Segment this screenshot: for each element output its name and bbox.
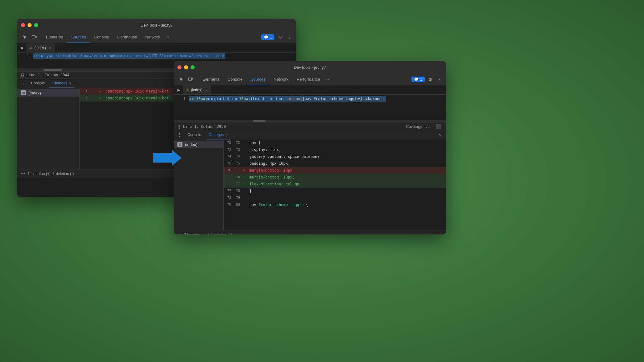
svg-rect-0: [32, 36, 35, 38]
tab-bar-front: Elements Console Sources Network Perform…: [174, 73, 446, 85]
device-toggle-icon-front[interactable]: [187, 76, 194, 83]
file-tab-close-back[interactable]: ×: [49, 46, 51, 50]
tab-network-back[interactable]: Network: [141, 31, 164, 43]
inspect-icon-back[interactable]: [21, 33, 28, 41]
panel-tab-console-back[interactable]: Console: [28, 78, 48, 88]
undo-icon-back[interactable]: ↩: [21, 171, 25, 177]
sidebar-file-back[interactable]: ▤ (index): [17, 89, 79, 97]
svg-rect-1: [35, 36, 36, 38]
tab-elements-front[interactable]: Elements: [199, 73, 223, 85]
sidebar-toggle-icon-back[interactable]: ▶: [18, 43, 26, 52]
tab-more-back[interactable]: »: [165, 31, 172, 43]
diff-line-79-80: 79 80 nav #color-scheme-toggle {: [224, 201, 446, 208]
traffic-lights-front: [177, 65, 195, 69]
diff-line-72: 72 72 nav {: [224, 139, 446, 146]
tab-console-front[interactable]: Console: [224, 73, 246, 85]
diff-line-74: 74 74 justify-content: space-between;: [224, 153, 446, 160]
diff-line-78-79: 78 79: [224, 194, 446, 201]
diff-line-75: 75 75 padding: 4px 10px;: [224, 160, 446, 167]
file-icon-front: ▤: [177, 142, 182, 147]
devtools-window-front: DevTools - jec.fyi/ Elements Console Sou: [174, 61, 446, 234]
panel-tab-bar-front: ⋮ Console Changes × ×: [174, 130, 446, 139]
minus-marker-front: −: [241, 167, 247, 174]
file-icon-back: ▤: [21, 90, 26, 95]
panel-more-icon-front[interactable]: ⋮: [176, 130, 183, 139]
file-tab-bar-front: ▶ ⚠ (index) ×: [174, 85, 446, 95]
title-bar-back: DevTools - jec.fyi/: [17, 19, 296, 31]
plus-marker-front-2: +: [241, 181, 247, 188]
scrollbar-thumb-back[interactable]: [43, 69, 62, 71]
coverage-icon-front[interactable]: ⬛: [435, 123, 442, 130]
change-footer-front: ↩ 2 insertions (+), 1 deletion (-): [174, 230, 446, 234]
diff-content-front: 72 72 nav { 73 73 display: flex; 74 74: [224, 139, 446, 230]
scrollbar-h-front[interactable]: [174, 120, 446, 123]
panel-tab-changes-front[interactable]: Changes ×: [206, 130, 231, 140]
file-tab-close-front[interactable]: ×: [206, 88, 207, 92]
tab-icons-front: [176, 73, 196, 85]
device-toggle-icon-back[interactable]: [30, 33, 38, 41]
tab-elements-back[interactable]: Elements: [42, 31, 67, 43]
svg-marker-2: [153, 150, 181, 166]
tab-icons-back: [20, 31, 39, 43]
blue-arrow: [153, 150, 181, 166]
tab-network-front[interactable]: Network: [270, 73, 293, 85]
panel-tab-changes-back[interactable]: Changes ×: [49, 78, 74, 88]
tab-performance-front[interactable]: Performance: [293, 73, 324, 85]
code-line-back: 1 <!doctype html><html lang="en"><head><…: [17, 54, 296, 60]
plus-marker-back: +: [97, 95, 103, 102]
footer-text-front: 2 insertions (+), 1 deletion (-): [184, 233, 232, 235]
tab-console-back[interactable]: Console: [90, 31, 113, 43]
bottom-panel-front: ⋮ Console Changes × × ▤ (index): [174, 130, 446, 234]
close-button-front[interactable]: [177, 65, 181, 69]
tab-more-front[interactable]: »: [325, 73, 332, 85]
minimize-button-back[interactable]: [28, 23, 32, 27]
diff-line-76-removed: 76 − margin-bottom: 10px: [224, 167, 446, 174]
messages-badge-front[interactable]: 💬 1: [411, 77, 425, 82]
code-line-front: 1 >x 10px;margin-bottom:10px;flex-direct…: [174, 95, 446, 101]
warning-icon-front: ⚠: [186, 88, 189, 92]
plus-marker-front-1: +: [241, 174, 247, 181]
diff-line-76-added: 76 + margin-bottom: 10px;: [224, 174, 446, 181]
minus-marker-back: −: [97, 88, 103, 95]
footer-text-back: 1 insertion (+), 1 deletion (-): [28, 172, 74, 176]
code-content-front: >x 10px;margin-bottom:10px;flex-directio…: [189, 97, 386, 101]
maximize-button-front[interactable]: [191, 65, 195, 69]
settings-icon-front[interactable]: ⚙: [427, 76, 434, 83]
code-area-front: 1 >x 10px;margin-bottom:10px;flex-direct…: [174, 95, 446, 120]
tab-sources-front[interactable]: Sources: [247, 73, 269, 85]
svg-rect-3: [188, 78, 192, 80]
file-tab-index-back[interactable]: ⚠ (index) ×: [26, 43, 54, 52]
curly-braces-icon-back[interactable]: {}: [21, 73, 24, 78]
tab-lighthouse-back[interactable]: Lighthouse: [114, 31, 141, 43]
file-tab-bar-back: ▶ ⚠ (index) ×: [17, 43, 296, 53]
undo-icon-front[interactable]: ↩: [177, 232, 181, 234]
changes-tab-close-front[interactable]: ×: [226, 133, 227, 137]
changes-layout-front: ▤ (index) 72 72 nav { 73 73: [174, 139, 446, 230]
maximize-button-back[interactable]: [34, 23, 38, 27]
panel-tab-console-front[interactable]: Console: [184, 130, 204, 140]
diff-line-77-78: 77 78 }: [224, 188, 446, 194]
curly-braces-icon-front[interactable]: {}: [177, 124, 180, 129]
title-bar-front: DevTools - jec.fyi/: [174, 61, 446, 73]
sidebar-file-front[interactable]: ▤ (index): [174, 141, 223, 148]
inspect-icon-front[interactable]: [177, 76, 185, 83]
file-tab-index-front[interactable]: ⚠ (index) ×: [183, 85, 211, 94]
tab-sources-back[interactable]: Sources: [67, 31, 90, 43]
panel-more-icon-back[interactable]: ⋮: [20, 78, 27, 88]
status-text-front: Line 1, Column 2950: [183, 124, 226, 129]
more-icon-back[interactable]: ⋮: [286, 33, 293, 41]
settings-icon-back[interactable]: ⚙: [276, 33, 284, 41]
scrollbar-thumb-front[interactable]: [253, 120, 266, 122]
more-icon-front[interactable]: ⋮: [436, 76, 443, 83]
window-title-front: DevTools - jec.fyi/: [294, 65, 326, 70]
close-button-back[interactable]: [21, 23, 25, 27]
traffic-lights-back: [21, 23, 38, 27]
coverage-text-front: Coverage: n/a: [406, 124, 430, 129]
code-content-back: <!doctype html><html lang="en"><head><me…: [33, 54, 225, 58]
panel-close-front[interactable]: ×: [436, 130, 443, 139]
sidebar-toggle-icon-front[interactable]: ▶: [175, 85, 183, 94]
minimize-button-front[interactable]: [184, 65, 188, 69]
changes-tab-close-back[interactable]: ×: [69, 81, 71, 85]
diff-line-77-added: 77 + flex-direction: column;: [224, 181, 446, 188]
messages-badge-back[interactable]: 💬 1: [261, 34, 274, 40]
